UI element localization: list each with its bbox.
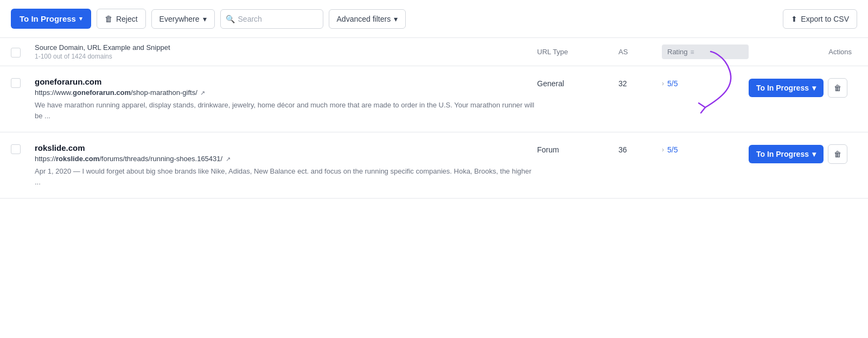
row1-actions: To In Progress ▾ 🗑 [749,77,857,98]
reject-button[interactable]: 🗑 Reject [97,9,146,29]
row2-rating-value: 5/5 [667,145,678,154]
advanced-filters-chevron-icon: ▾ [394,15,398,23]
row1-url-prefix: https://www. [35,88,73,97]
export-upload-icon: ⬆ [791,15,797,23]
to-in-progress-label: To In Progress [20,14,76,23]
row2-url-bold: rokslide.com [56,155,99,163]
row2-url-suffix: /forums/threads/running-shoes.165431/ [99,155,222,163]
everywhere-chevron-icon: ▾ [203,15,207,23]
row2-external-link-icon: ↗ [226,156,231,162]
export-csv-button[interactable]: ⬆ Export to CSV [783,9,857,29]
to-in-progress-chevron-icon: ▾ [79,15,82,22]
row2-snippet: Apr 1, 2020 — I would forget about big s… [35,166,537,187]
table-row: rokslide.com https://rokslide.com/forums… [0,132,868,199]
row2-action-chevron-icon: ▾ [812,150,816,158]
row2-actions: To In Progress ▾ 🗑 [749,143,857,164]
everywhere-label: Everywhere [159,15,200,23]
row2-delete-button[interactable]: 🗑 [828,144,847,164]
row1-url-type: General [537,77,618,88]
row2-to-in-progress-button[interactable]: To In Progress ▾ [749,145,824,163]
reject-label: Reject [116,15,138,23]
to-in-progress-button[interactable]: To In Progress ▾ [11,9,91,29]
row1-url-bold: goneforarun.com [73,88,131,97]
export-csv-label: Export to CSV [801,15,849,23]
rating-filter-icon: ≡ [691,48,694,56]
row2-url-prefix: https:// [35,155,56,163]
row1-action-label: To In Progress [756,84,809,92]
row2-rating-chevron-icon: › [662,146,664,154]
row1-rating: › 5/5 [662,77,749,88]
as-header: AS [618,48,662,56]
url-type-header: URL Type [537,48,618,56]
row1-action-chevron-icon: ▾ [812,84,816,92]
trash-icon: 🗑 [105,14,113,23]
row1-rating-value: 5/5 [667,79,678,88]
search-input[interactable] [220,9,323,29]
row1-to-in-progress-button[interactable]: To In Progress ▾ [749,79,824,97]
row2-action-label: To In Progress [756,150,809,158]
row1-source: goneforarun.com https://www.goneforarun.… [35,77,537,121]
row2-url-type: Forum [537,143,618,154]
row1-url-suffix: /shop-marathon-gifts/ [131,88,197,97]
table-header: Source Domain, URL Example and Snippet 1… [0,38,868,66]
search-field-wrap: 🔍 [220,9,323,29]
toolbar: To In Progress ▾ 🗑 Reject Everywhere ▾ 🔍… [0,0,868,38]
row1-external-link-icon: ↗ [200,90,205,96]
row1-delete-button[interactable]: 🗑 [828,78,847,98]
actions-header: Actions [749,48,857,56]
row1-rating-chevron-icon: › [662,80,664,87]
row2-source: rokslide.com https://rokslide.com/forums… [35,143,537,187]
select-all-checkbox[interactable] [11,47,35,58]
row1-delete-icon: 🗑 [834,84,841,92]
row2-as: 36 [618,143,662,154]
row2-checkbox[interactable] [11,143,35,154]
row2-rating: › 5/5 [662,143,749,154]
search-icon: 🔍 [226,15,235,23]
advanced-filters-dropdown[interactable]: Advanced filters ▾ [329,9,406,29]
row1-snippet: We have marathon running apparel, displa… [35,100,537,121]
row1-checkbox[interactable] [11,77,35,88]
row1-as: 32 [618,77,662,88]
advanced-filters-label: Advanced filters [337,15,391,23]
table-row: goneforarun.com https://www.goneforarun.… [0,66,868,132]
source-header-cell: Source Domain, URL Example and Snippet 1… [35,43,537,60]
everywhere-dropdown[interactable]: Everywhere ▾ [151,9,215,29]
row2-delete-icon: 🗑 [834,150,841,158]
rating-header: Rating ≡ [662,44,749,59]
